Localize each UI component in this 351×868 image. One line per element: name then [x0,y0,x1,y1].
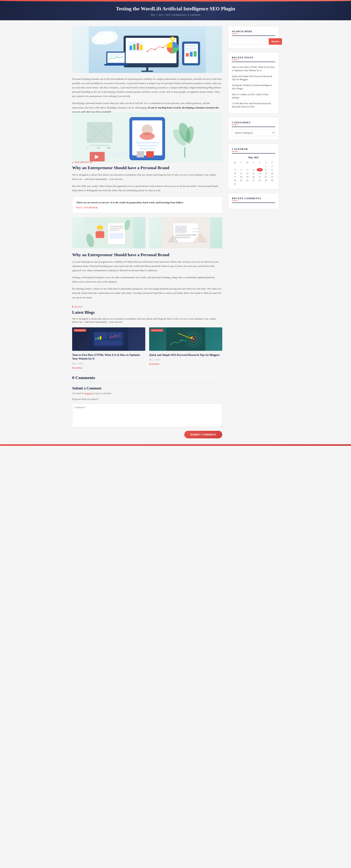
cal-1-5: 1 [263,164,269,168]
comment-form: SUBMIT COMMENT [72,404,222,438]
footer-bar [0,444,351,446]
svg-rect-54 [108,156,123,158]
cal-row-1: 1 2 [232,164,275,168]
quote-box: There are no secrets to success. It is t… [72,196,222,213]
section1-p2: But who ARE you, really? Most clients th… [72,184,222,192]
card2-read-more[interactable]: Read More [149,363,160,365]
svg-point-45 [140,132,155,140]
comments-section: 0 Comments Submit a Comment You must be … [72,375,222,438]
svg-rect-24 [186,53,189,57]
login-notice-suffix: to post a comment. [94,392,111,395]
comment-textarea[interactable] [72,404,222,427]
search-widget: SEARCH HERE Search [228,26,279,49]
svg-rect-29 [104,64,128,66]
cal-5-6: 30 [269,179,275,182]
search-button[interactable]: Search [269,38,282,45]
cal-2-0: 3 [232,168,238,172]
card2-title: Quick and Simple SEO Keyword Research Ti… [149,353,222,357]
calendar-widget: CALENDAR May 2021 M T W T F S S [228,144,279,189]
card1-read-more[interactable]: Read More [72,367,83,369]
search-input[interactable] [232,38,269,45]
card2-badge: Uncategorized [151,329,163,332]
categories-title: CATEGORIES [232,121,275,127]
required-notice: Required fields are marked * [72,398,222,401]
cal-col-t: T [238,161,244,164]
cal-4-4: 21 [257,175,263,179]
quote-text: There are no secrets to success. It is t… [76,200,218,205]
cal-3-5: 15 [263,172,269,175]
recent-post-5[interactable]: 5 of the Best Free and Premium Keyword R… [232,101,275,110]
cal-5-2: 26 [244,179,250,182]
svg-rect-49 [137,151,144,157]
blog-card-2-image: Uncategorized [149,328,222,351]
blogs-intro: We've designed a culture that allows our… [72,317,222,323]
calendar-table: M T W T F S S [232,161,275,186]
card1-title: Time to First Byte (TTFB): What It Is & … [72,353,145,361]
cal-6-0: 31 [232,182,238,186]
post-meta: May 7, 2021 | SEO, Uncategorized | 0 com… [4,13,347,17]
cal-1-0 [232,164,238,168]
cal-1-6: 2 [269,164,275,168]
search-widget-title: SEARCH HERE [232,30,275,36]
recent-comments-title: RECENT COMMENTS [232,197,275,203]
quote-author: PAUL TOURNIER [76,206,218,209]
cal-row-6: 31 [232,182,275,186]
svg-rect-31 [108,55,120,57]
cal-col-sa: S [263,161,269,164]
cal-col-th: T [250,161,257,164]
blog-cards: Uncategorized [72,328,222,369]
cal-6-2 [244,182,250,186]
cal-row-4: 17 18 19 20 21 22 23 [232,175,275,179]
svg-rect-62 [96,231,104,238]
svg-rect-88 [97,337,99,340]
recent-post-4[interactable]: How to Conduct an SEO Audit of Your Webs… [232,92,275,101]
recent-posts-widget: RECENT POSTS Time to First Byte (TTFB): … [228,52,279,113]
illus-box-right [149,217,222,248]
cal-4-2: 19 [244,175,250,179]
svg-rect-25 [190,52,193,57]
header-decoration [0,0,351,2]
login-notice: You must be logged in to post a comment. [72,392,222,395]
card1-meta: May 7, 2021 | [72,362,145,365]
cal-2-2: 5 [244,168,250,172]
cal-4-6: 23 [269,175,275,179]
recent-comments-widget: RECENT COMMENTS [228,193,279,209]
article-p2: Developing a personal brand is more than… [72,101,222,114]
blog-card-2: Uncategorized [149,328,222,369]
section1-heading: Why an Entrepreneur Should have a Person… [72,165,222,170]
cal-3-4: 14 [257,172,263,175]
recent-post-1[interactable]: Time to First Byte (TTFB): What It Is & … [232,64,275,73]
recent-post-2[interactable]: Quick and Simple SEO Keyword Research Ti… [232,73,275,83]
cal-3-3: 13 [250,172,257,175]
categories-select[interactable]: Select Category [232,129,275,136]
cal-6-1 [238,182,244,186]
svg-text:1: 1 [87,147,88,149]
cal-6-3 [250,182,257,186]
card2-meta: May 7, 2021 | [149,359,222,361]
svg-text:50: 50 [97,147,100,149]
content-layout: Personal branding remains one of the bes… [72,26,279,438]
svg-rect-46 [135,142,159,144]
mid-illustration: 1 50 100 [72,118,222,157]
cal-6-5 [263,182,269,186]
cal-row-5: 24 25 26 27 28 29 30 [232,179,275,182]
svg-rect-61 [97,226,103,228]
svg-rect-21 [185,45,197,46]
cal-col-f: F [257,161,263,164]
svg-rect-38 [90,145,110,146]
cal-2-3: 6 [250,168,257,172]
submit-comment-button[interactable]: SUBMIT COMMENT [184,431,222,438]
svg-rect-65 [110,228,123,229]
svg-rect-74 [175,237,191,238]
cal-4-3: 20 [250,175,257,179]
cal-3-6: 16 [269,172,275,175]
cal-5-4: 28 [257,179,263,182]
svg-rect-73 [175,234,197,236]
cal-col-m: M [232,161,238,164]
svg-rect-13 [140,45,142,50]
cal-3-2: 12 [244,172,250,175]
recent-post-3[interactable]: Testing the WordLift Artificial Intellig… [232,83,275,92]
cal-row-2: 3 4 5 6 7 8 9 [232,168,275,172]
cal-5-0: 24 [232,179,238,182]
login-link[interactable]: logged in [85,392,93,395]
